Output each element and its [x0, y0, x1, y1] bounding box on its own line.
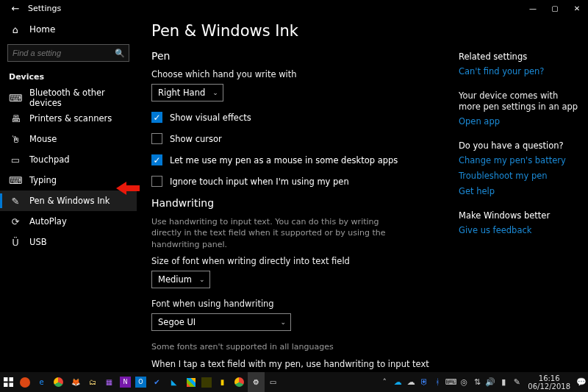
tb-app-6[interactable]: [201, 377, 212, 388]
start-button[interactable]: [0, 372, 17, 392]
tb-app-7[interactable]: ▮: [214, 372, 231, 392]
tray-date: 06/12/2018: [528, 382, 570, 391]
tray-location-icon[interactable]: ◎: [457, 372, 470, 392]
sidebar-icon: Ü: [9, 237, 22, 248]
check-pen-as-mouse[interactable]: ✓ Let me use my pen as a mouse in some d…: [151, 154, 441, 165]
chevron-down-icon: ⌄: [212, 89, 218, 96]
main-panel: Pen & Windows Ink Pen Choose which hand …: [137, 16, 456, 372]
sidebar-icon: 🖶: [9, 113, 22, 124]
tray-volume-icon[interactable]: 🔊: [484, 372, 497, 392]
tray-pen-icon[interactable]: ✎: [510, 372, 523, 392]
tray-bluetooth-icon[interactable]: ᚼ: [431, 372, 444, 392]
hwfont-label: Font when using handwriting: [151, 299, 441, 309]
tray-wifi-icon[interactable]: ⇅: [470, 372, 484, 392]
sidebar-icon: ⌨: [9, 175, 22, 186]
aside-link-find-pen[interactable]: Can't find your pen?: [459, 66, 579, 77]
check-visual-effects[interactable]: ✓ Show visual effects: [151, 112, 441, 123]
tap-label: When I tap a text field with my pen, use…: [151, 359, 441, 369]
hand-select[interactable]: Right Hand ⌄: [151, 84, 223, 101]
aside-link-help[interactable]: Get help: [459, 186, 579, 197]
sidebar-icon: ▭: [9, 154, 22, 165]
sidebar-item-label: Touchpad: [29, 154, 70, 165]
home-icon: ⌂: [9, 24, 22, 35]
check-label: Show visual effects: [170, 113, 251, 123]
tb-edge[interactable]: e: [33, 372, 50, 392]
back-button[interactable]: ←: [6, 3, 25, 14]
minimize-button[interactable]: —: [522, 0, 544, 16]
tb-onenote[interactable]: N: [120, 377, 131, 388]
tb-app-2[interactable]: ▦: [101, 372, 118, 392]
sidebar-item-touchpad[interactable]: ▭Touchpad: [0, 149, 137, 170]
sidebar-item-label: Pen & Windows Ink: [29, 196, 110, 206]
maximize-button[interactable]: ▢: [544, 0, 566, 16]
tray-cloud-icon[interactable]: ☁: [391, 372, 404, 392]
search-box[interactable]: 🔍: [7, 44, 129, 62]
sidebar-item-mouse[interactable]: 🖱Mouse: [0, 129, 137, 149]
hwfont-select[interactable]: Segoe UI ⌄: [151, 313, 291, 331]
sidebar-icon: ✎: [9, 196, 22, 207]
check-label: Show cursor: [170, 134, 222, 144]
tb-app-1[interactable]: [20, 377, 30, 388]
aside-link-battery[interactable]: Change my pen's battery: [459, 155, 579, 166]
sidebar-item-printers-scanners[interactable]: 🖶Printers & scanners: [0, 108, 137, 129]
svg-rect-3: [4, 383, 8, 388]
sidebar-icon: 🖱: [9, 134, 22, 145]
section-pen: Pen: [151, 50, 441, 62]
tray-battery-icon[interactable]: ▮: [497, 372, 510, 392]
window-controls: — ▢ ✕: [522, 0, 588, 16]
tb-chrome-2[interactable]: [231, 372, 248, 392]
sidebar-item-label: USB: [29, 237, 47, 247]
aside-link-open-app[interactable]: Open app: [459, 116, 579, 127]
svg-rect-2: [10, 377, 14, 382]
tb-settings[interactable]: ⚙: [248, 372, 265, 392]
svg-rect-4: [10, 383, 14, 388]
content-area: Pen & Windows Ink Pen Choose which hand …: [137, 16, 588, 372]
hwfont-value: Segoe UI: [158, 317, 196, 327]
tray-security-icon[interactable]: ⛨: [417, 372, 431, 392]
tray-clock[interactable]: 16:16 06/12/2018: [523, 374, 575, 391]
tb-app-3[interactable]: ✔: [148, 372, 165, 392]
search-input[interactable]: [12, 49, 115, 57]
sidebar-item-label: Mouse: [29, 134, 57, 144]
close-button[interactable]: ✕: [566, 0, 588, 16]
aside-better-head: Make Windows better: [459, 210, 579, 221]
tb-firefox[interactable]: 🦊: [67, 372, 84, 392]
tb-app-5[interactable]: [182, 372, 199, 392]
tray-overflow[interactable]: ˄: [378, 372, 391, 392]
search-icon: 🔍: [115, 49, 125, 58]
taskbar-left: e 🦊 🗂 ▦ N O ✔ ◣ ▮ ⚙ ▭: [0, 372, 282, 392]
hwfont-note: Some fonts aren't supported in all langu…: [151, 341, 394, 352]
check-label: Let me use my pen as a mouse in some des…: [170, 155, 398, 165]
tray-keyboard-icon[interactable]: ⌨: [444, 372, 457, 392]
titlebar-title: Settings: [25, 4, 61, 13]
svg-rect-1: [4, 377, 8, 382]
checkbox-icon: [151, 176, 162, 187]
tb-outlook[interactable]: O: [135, 377, 146, 388]
fontsize-select[interactable]: Medium ⌄: [151, 271, 210, 288]
aside-more-text: Your device comes with more pen settings…: [459, 90, 579, 113]
sidebar-item-label: Bluetooth & other devices: [29, 88, 137, 108]
hand-label: Choose which hand you write with: [151, 69, 441, 79]
sidebar-home[interactable]: ⌂ Home: [0, 19, 137, 40]
check-show-cursor[interactable]: Show cursor: [151, 133, 441, 144]
aside-link-feedback[interactable]: Give us feedback: [459, 225, 579, 236]
tb-explorer[interactable]: 🗂: [84, 372, 101, 392]
fontsize-value: Medium: [158, 274, 192, 285]
sidebar-item-autoplay[interactable]: ⟳AutoPlay: [0, 211, 137, 232]
tray-onedrive-icon[interactable]: ☁: [404, 372, 417, 392]
tray-notifications-icon[interactable]: 💬: [575, 372, 588, 392]
tb-chrome[interactable]: [50, 372, 67, 392]
check-ignore-touch[interactable]: Ignore touch input when I'm using my pen: [151, 176, 441, 187]
aside-link-troubleshoot[interactable]: Troubleshoot my pen: [459, 171, 579, 182]
chevron-down-icon: ⌄: [199, 276, 205, 283]
sidebar-nav: ⌨Bluetooth & other devices🖶Printers & sc…: [0, 88, 137, 252]
checkbox-icon: ✓: [151, 112, 162, 123]
hand-value: Right Hand: [158, 88, 205, 98]
sidebar-item-bluetooth-other-devices[interactable]: ⌨Bluetooth & other devices: [0, 88, 137, 108]
sidebar-item-usb[interactable]: ÜUSB: [0, 232, 137, 252]
annotation-arrow: [116, 182, 140, 195]
check-label: Ignore touch input when I'm using my pen: [170, 177, 349, 187]
aside-related-head: Related settings: [459, 51, 579, 62]
tb-app-4[interactable]: ◣: [165, 372, 182, 392]
tb-taskview[interactable]: ▭: [265, 372, 282, 392]
